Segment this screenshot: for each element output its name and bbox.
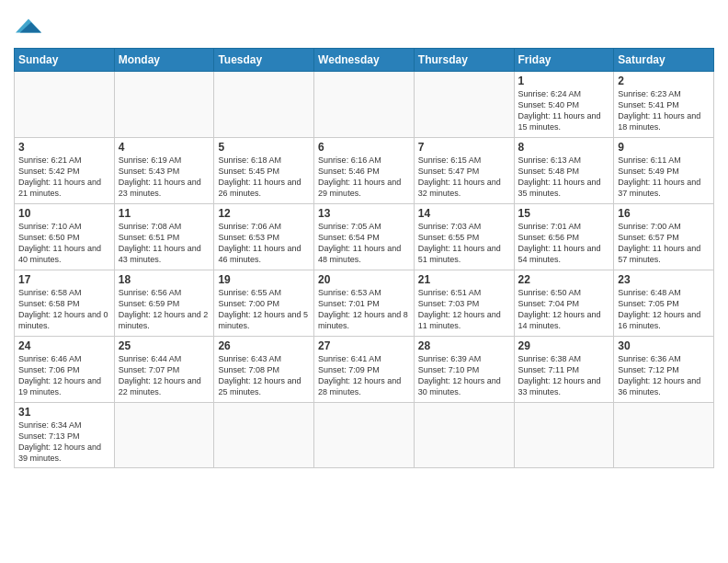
day-cell: 4Sunrise: 6:19 AM Sunset: 5:43 PM Daylig… [114,138,214,204]
day-info: Sunrise: 6:13 AM Sunset: 5:48 PM Dayligh… [518,155,610,200]
page: SundayMondayTuesdayWednesdayThursdayFrid… [0,0,728,563]
weekday-tuesday: Tuesday [214,49,314,72]
day-info: Sunrise: 6:38 AM Sunset: 7:11 PM Dayligh… [518,353,610,398]
day-number: 15 [518,207,610,220]
day-number: 21 [418,273,510,286]
day-info: Sunrise: 6:56 AM Sunset: 6:59 PM Dayligh… [119,287,210,332]
day-number: 9 [618,141,710,154]
day-cell: 7Sunrise: 6:15 AM Sunset: 5:47 PM Daylig… [414,138,514,204]
week-row-6: 31Sunrise: 6:34 AM Sunset: 7:13 PM Dayli… [15,403,714,468]
logo-icon [16,13,41,39]
weekday-wednesday: Wednesday [314,49,415,72]
day-cell: 12Sunrise: 7:06 AM Sunset: 6:53 PM Dayli… [214,204,314,270]
day-cell: 1Sunrise: 6:24 AM Sunset: 5:40 PM Daylig… [514,72,614,138]
day-number: 26 [218,339,310,352]
day-cell: 21Sunrise: 6:51 AM Sunset: 7:03 PM Dayli… [414,270,514,337]
weekday-saturday: Saturday [614,49,714,72]
day-cell [514,403,614,468]
day-info: Sunrise: 7:01 AM Sunset: 6:56 PM Dayligh… [518,221,610,266]
day-number: 20 [318,273,410,286]
day-info: Sunrise: 6:48 AM Sunset: 7:05 PM Dayligh… [618,287,710,332]
weekday-sunday: Sunday [15,49,115,72]
day-info: Sunrise: 6:34 AM Sunset: 7:13 PM Dayligh… [18,419,110,465]
weekday-header-row: SundayMondayTuesdayWednesdayThursdayFrid… [15,49,714,72]
day-number: 31 [18,406,110,419]
day-cell: 16Sunrise: 7:00 AM Sunset: 6:57 PM Dayli… [614,204,714,270]
day-cell [214,403,314,468]
day-info: Sunrise: 7:00 AM Sunset: 6:57 PM Dayligh… [618,221,710,266]
day-info: Sunrise: 6:15 AM Sunset: 5:47 PM Dayligh… [418,155,510,200]
day-number: 13 [318,207,410,220]
day-cell [414,72,514,138]
day-cell: 24Sunrise: 6:46 AM Sunset: 7:06 PM Dayli… [15,337,115,403]
day-cell: 6Sunrise: 6:16 AM Sunset: 5:46 PM Daylig… [314,138,415,204]
day-cell [15,72,115,138]
day-info: Sunrise: 6:21 AM Sunset: 5:42 PM Dayligh… [18,155,110,200]
day-info: Sunrise: 6:55 AM Sunset: 7:00 PM Dayligh… [218,287,310,332]
day-cell: 8Sunrise: 6:13 AM Sunset: 5:48 PM Daylig… [514,138,614,204]
day-cell: 5Sunrise: 6:18 AM Sunset: 5:45 PM Daylig… [214,138,314,204]
day-cell [214,72,314,138]
day-number: 2 [618,75,710,87]
weekday-thursday: Thursday [414,49,514,72]
day-number: 14 [418,207,510,220]
day-cell: 26Sunrise: 6:43 AM Sunset: 7:08 PM Dayli… [214,337,314,403]
day-number: 7 [418,141,510,154]
day-number: 22 [518,273,610,286]
day-info: Sunrise: 6:44 AM Sunset: 7:07 PM Dayligh… [119,353,210,398]
day-info: Sunrise: 6:43 AM Sunset: 7:08 PM Dayligh… [218,353,310,398]
day-info: Sunrise: 6:46 AM Sunset: 7:06 PM Dayligh… [18,353,110,398]
calendar-table: SundayMondayTuesdayWednesdayThursdayFrid… [14,48,714,468]
day-number: 30 [618,339,710,352]
day-info: Sunrise: 6:18 AM Sunset: 5:45 PM Dayligh… [218,155,310,200]
day-info: Sunrise: 6:24 AM Sunset: 5:40 PM Dayligh… [518,88,610,133]
day-info: Sunrise: 6:11 AM Sunset: 5:49 PM Dayligh… [618,155,710,200]
day-number: 12 [218,207,310,220]
week-row-3: 10Sunrise: 7:10 AM Sunset: 6:50 PM Dayli… [15,204,714,270]
day-cell: 29Sunrise: 6:38 AM Sunset: 7:11 PM Dayli… [514,337,614,403]
day-cell: 22Sunrise: 6:50 AM Sunset: 7:04 PM Dayli… [514,270,614,337]
day-cell: 15Sunrise: 7:01 AM Sunset: 6:56 PM Dayli… [514,204,614,270]
day-number: 11 [119,207,210,220]
day-number: 27 [318,339,410,352]
day-cell: 23Sunrise: 6:48 AM Sunset: 7:05 PM Dayli… [614,270,714,337]
day-cell: 17Sunrise: 6:58 AM Sunset: 6:58 PM Dayli… [15,270,115,337]
day-cell [314,403,415,468]
week-row-1: 1Sunrise: 6:24 AM Sunset: 5:40 PM Daylig… [15,72,714,138]
day-cell: 14Sunrise: 7:03 AM Sunset: 6:55 PM Dayli… [414,204,514,270]
day-cell: 27Sunrise: 6:41 AM Sunset: 7:09 PM Dayli… [314,337,415,403]
day-number: 3 [18,141,110,154]
day-info: Sunrise: 6:39 AM Sunset: 7:10 PM Dayligh… [418,353,510,398]
day-cell [114,72,214,138]
header [14,9,714,42]
week-row-2: 3Sunrise: 6:21 AM Sunset: 5:42 PM Daylig… [15,138,714,204]
day-number: 6 [318,141,410,154]
day-info: Sunrise: 7:08 AM Sunset: 6:51 PM Dayligh… [119,221,210,266]
day-number: 5 [218,141,310,154]
day-number: 16 [618,207,710,220]
day-cell: 18Sunrise: 6:56 AM Sunset: 6:59 PM Dayli… [114,270,214,337]
day-cell: 20Sunrise: 6:53 AM Sunset: 7:01 PM Dayli… [314,270,415,337]
day-number: 24 [18,339,110,352]
day-cell [414,403,514,468]
day-number: 29 [518,339,610,352]
day-cell: 9Sunrise: 6:11 AM Sunset: 5:49 PM Daylig… [614,138,714,204]
day-info: Sunrise: 6:16 AM Sunset: 5:46 PM Dayligh… [318,155,410,200]
day-info: Sunrise: 7:03 AM Sunset: 6:55 PM Dayligh… [418,221,510,266]
day-info: Sunrise: 6:23 AM Sunset: 5:41 PM Dayligh… [618,88,710,133]
day-number: 4 [119,141,210,154]
day-number: 19 [218,273,310,286]
day-number: 10 [18,207,110,220]
day-cell [114,403,214,468]
day-number: 25 [119,339,210,352]
day-cell [314,72,415,138]
day-number: 17 [18,273,110,286]
day-info: Sunrise: 6:19 AM Sunset: 5:43 PM Dayligh… [119,155,210,200]
day-cell: 13Sunrise: 7:05 AM Sunset: 6:54 PM Dayli… [314,204,415,270]
week-row-5: 24Sunrise: 6:46 AM Sunset: 7:06 PM Dayli… [15,337,714,403]
day-info: Sunrise: 6:53 AM Sunset: 7:01 PM Dayligh… [318,287,410,332]
weekday-monday: Monday [114,49,214,72]
day-cell: 31Sunrise: 6:34 AM Sunset: 7:13 PM Dayli… [15,403,115,468]
day-cell: 3Sunrise: 6:21 AM Sunset: 5:42 PM Daylig… [15,138,115,204]
day-cell: 11Sunrise: 7:08 AM Sunset: 6:51 PM Dayli… [114,204,214,270]
